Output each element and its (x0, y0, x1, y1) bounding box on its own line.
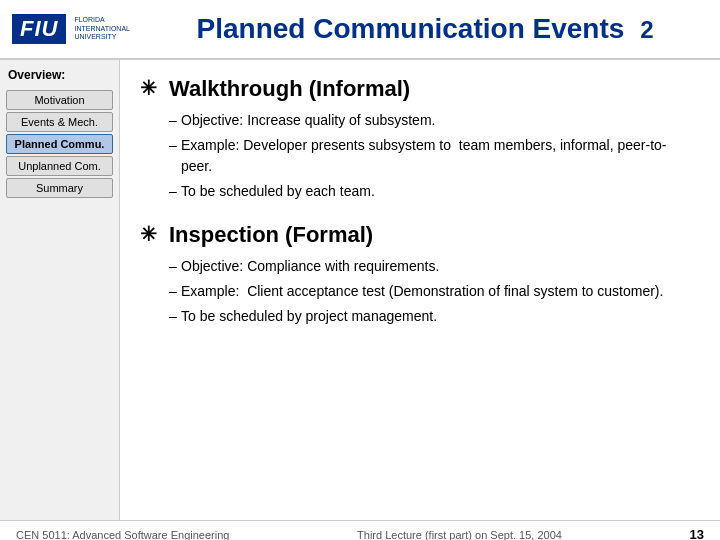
list-item: Objective: Compliance with requirements. (169, 256, 696, 277)
fiu-logo: FIU (12, 14, 66, 44)
footer-page: 13 (690, 527, 704, 540)
university-name: FLORIDA INTERNATIONAL UNIVERSITY (74, 16, 134, 41)
bullet-1: ✳ (140, 76, 157, 100)
sidebar-item-motivation[interactable]: Motivation (6, 90, 113, 110)
sidebar-item-events-mech[interactable]: Events & Mech. (6, 112, 113, 132)
sidebar-item-summary[interactable]: Summary (6, 178, 113, 198)
bullet-2: ✳ (140, 222, 157, 246)
walkthrough-title: Walkthrough (Informal) (169, 76, 696, 102)
sidebar: Overview: Motivation Events & Mech. Plan… (0, 60, 120, 520)
list-item: Example: Developer presents subsystem to… (169, 135, 696, 177)
header: FIU FLORIDA INTERNATIONAL UNIVERSITY Pla… (0, 0, 720, 60)
sidebar-label: Overview: (6, 68, 113, 82)
list-item: To be scheduled by each team. (169, 181, 696, 202)
sidebar-item-unplanned-com[interactable]: Unplanned Com. (6, 156, 113, 176)
logo-area: FIU FLORIDA INTERNATIONAL UNIVERSITY (12, 14, 142, 44)
main-layout: Overview: Motivation Events & Mech. Plan… (0, 60, 720, 520)
walkthrough-content: Walkthrough (Informal) Objective: Increa… (169, 76, 696, 206)
list-item: Example: Client acceptance test (Demonst… (169, 281, 696, 302)
walkthrough-section: ✳ Walkthrough (Informal) Objective: Incr… (140, 76, 696, 206)
footer-right: Third Lecture (first part) on Sept. 15, … (357, 529, 562, 541)
walkthrough-list: Objective: Increase quality of subsystem… (169, 110, 696, 202)
inspection-title: Inspection (Formal) (169, 222, 696, 248)
content-area: ✳ Walkthrough (Informal) Objective: Incr… (120, 60, 720, 520)
page-title: Planned Communication Events 2 (142, 13, 708, 45)
list-item: Objective: Increase quality of subsystem… (169, 110, 696, 131)
inspection-content: Inspection (Formal) Objective: Complianc… (169, 222, 696, 331)
sidebar-item-planned-commu[interactable]: Planned Commu. (6, 134, 113, 154)
list-item: To be scheduled by project management. (169, 306, 696, 327)
footer-left: CEN 5011: Advanced Software Engineering (16, 529, 229, 541)
inspection-section: ✳ Inspection (Formal) Objective: Complia… (140, 222, 696, 331)
footer: CEN 5011: Advanced Software Engineering … (0, 520, 720, 540)
inspection-list: Objective: Compliance with requirements.… (169, 256, 696, 327)
slide-number: 2 (640, 16, 653, 43)
